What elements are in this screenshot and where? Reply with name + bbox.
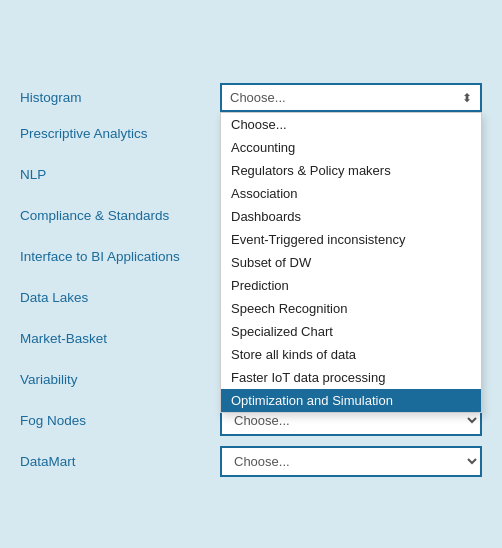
dropdown-item[interactable]: Association xyxy=(221,182,481,205)
left-label-fog-nodes: Fog Nodes xyxy=(20,413,220,428)
left-label-prescriptive-analytics: Prescriptive Analytics xyxy=(20,126,220,141)
left-label-variability: Variability xyxy=(20,372,220,387)
dropdown-trigger[interactable]: Choose...⬍ xyxy=(220,83,482,112)
select-datamart[interactable]: Choose...AccountingRegulators & Policy m… xyxy=(220,446,482,477)
dropdown-item[interactable]: Prediction xyxy=(221,274,481,297)
right-select-histogram[interactable]: Choose...⬍Choose...AccountingRegulators … xyxy=(220,83,482,112)
left-label-nlp: NLP xyxy=(20,167,220,182)
dropdown-item[interactable]: Store all kinds of data xyxy=(221,343,481,366)
dropdown-arrow-icon: ⬍ xyxy=(462,91,472,105)
left-label-datamart: DataMart xyxy=(20,454,220,469)
dropdown-item[interactable]: Faster IoT data processing xyxy=(221,366,481,389)
left-label-market-basket: Market-Basket xyxy=(20,331,220,346)
dropdown-item[interactable]: Accounting xyxy=(221,136,481,159)
left-label-histogram: Histogram xyxy=(20,90,220,105)
dropdown-list: Choose...AccountingRegulators & Policy m… xyxy=(220,112,482,413)
left-label-compliance-standards: Compliance & Standards xyxy=(20,208,220,223)
left-label-interface-bi: Interface to BI Applications xyxy=(20,249,220,264)
dropdown-item[interactable]: Optimization and Simulation xyxy=(221,389,481,412)
dropdown-item[interactable]: Choose... xyxy=(221,113,481,136)
dropdown-item[interactable]: Specialized Chart xyxy=(221,320,481,343)
dropdown-item[interactable]: Event-Triggered inconsistency xyxy=(221,228,481,251)
dropdown-item[interactable]: Dashboards xyxy=(221,205,481,228)
dropdown-item[interactable]: Regulators & Policy makers xyxy=(221,159,481,182)
dropdown-selected-text: Choose... xyxy=(230,90,286,105)
match-rows-container: HistogramChoose...⬍Choose...AccountingRe… xyxy=(20,83,482,477)
dropdown-item[interactable]: Subset of DW xyxy=(221,251,481,274)
match-row: DataMartChoose...AccountingRegulators & … xyxy=(20,446,482,477)
match-row: HistogramChoose...⬍Choose...AccountingRe… xyxy=(20,83,482,112)
left-label-data-lakes: Data Lakes xyxy=(20,290,220,305)
instructions xyxy=(20,24,482,63)
right-select-datamart[interactable]: Choose...AccountingRegulators & Policy m… xyxy=(220,446,482,477)
dropdown-item[interactable]: Speech Recognition xyxy=(221,297,481,320)
open-dropdown-container[interactable]: Choose...⬍Choose...AccountingRegulators … xyxy=(220,83,482,112)
